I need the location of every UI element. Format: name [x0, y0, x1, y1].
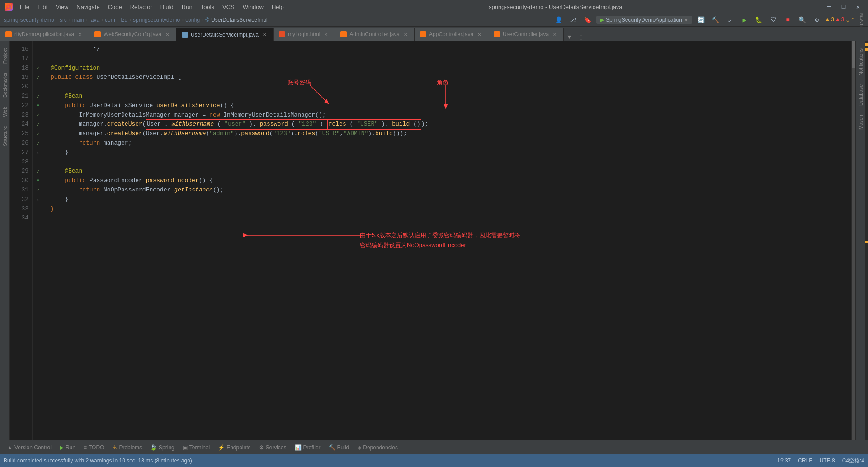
build-button-bottom[interactable]: 🔨 Build [325, 443, 353, 453]
warning-count: 3 [831, 17, 834, 23]
editor-tabs: rityDemoApplication.java ✕ WebSecurityCo… [0, 27, 868, 41]
tab-mylogin[interactable]: myLogin.html ✕ [274, 28, 335, 41]
tab-close-icon[interactable]: ✕ [552, 31, 558, 37]
menu-view[interactable]: View [52, 3, 72, 11]
run-button-bottom[interactable]: ▶ Run [56, 443, 79, 453]
gutter-23: ✓ [33, 111, 43, 120]
code-line-28 [51, 158, 844, 167]
sidebar-web[interactable]: Web [1, 103, 9, 120]
tabs-more-button[interactable]: ⋮ [575, 33, 588, 41]
sidebar-maven[interactable]: Maven [857, 111, 864, 133]
bottom-toolbar: ▲ Version Control ▶ Run ≡ TODO ⚠ Problem… [0, 440, 868, 454]
update-icon[interactable]: ↙ [725, 14, 736, 25]
status-charset[interactable]: UTF-8 [820, 457, 835, 465]
error-count: 3 [841, 17, 844, 23]
tab-close-icon[interactable]: ✕ [476, 31, 482, 37]
menu-window[interactable]: Window [239, 3, 267, 11]
tab-usercontroller[interactable]: UserController.java ✕ [488, 28, 564, 41]
todo-button[interactable]: ≡ TODO [80, 443, 108, 453]
endpoints-button[interactable]: ⚡ Endpoints [214, 443, 254, 453]
tab-close-icon[interactable]: ✕ [77, 31, 83, 37]
status-position[interactable]: C4空格:4 [842, 457, 864, 465]
breadcrumb-java[interactable]: java [90, 17, 99, 23]
breadcrumb-main[interactable]: main [72, 17, 84, 23]
tab-label: WebSecurityConfig.java [104, 31, 161, 37]
sidebar-notifications[interactable]: Notifications [857, 45, 864, 79]
tab-label: AdminController.java [349, 31, 400, 37]
sidebar-database[interactable]: Database [857, 81, 864, 109]
stop-button[interactable]: ■ [783, 14, 793, 25]
code-line-30: public PasswordEncoder passwordEncoder (… [51, 176, 844, 186]
services-button[interactable]: ⚙ Services [255, 443, 290, 453]
menu-help[interactable]: Help [268, 3, 288, 11]
minimize-button[interactable]: ─ [824, 1, 835, 12]
line-num-27: 27 [10, 148, 32, 158]
vcs-user-icon[interactable]: 👤 [553, 14, 564, 25]
code-line-17 [51, 54, 844, 64]
build-icon[interactable]: 🔨 [710, 14, 721, 25]
settings-button[interactable]: ⚙ [811, 14, 822, 25]
problems-button[interactable]: ⚠ Problems [108, 443, 146, 453]
menu-vcs[interactable]: VCS [219, 3, 238, 11]
menu-code[interactable]: Code [104, 3, 126, 11]
menu-tools[interactable]: Tools [197, 3, 218, 11]
profiler-button[interactable]: 📊 Profiler [291, 443, 324, 453]
breadcrumb-project[interactable]: spring-security-demo [4, 17, 54, 23]
breadcrumb-com[interactable]: com [105, 17, 115, 23]
run-icon-bottom: ▶ [60, 444, 64, 451]
tab-admincontroller[interactable]: AdminController.java ✕ [335, 28, 415, 41]
tab-ritydemoapplication[interactable]: rityDemoApplication.java ✕ [0, 28, 89, 41]
endpoints-label: Endpoints [226, 444, 250, 451]
menu-build[interactable]: Build [157, 3, 177, 11]
debug-button[interactable]: 🐛 [754, 14, 764, 25]
endpoints-icon: ⚡ [218, 444, 225, 451]
tab-close-icon[interactable]: ✕ [164, 31, 170, 37]
warnings-badge[interactable]: ▲ 3 ▲ 3 ⌄ ⌃ [826, 17, 854, 23]
maximize-button[interactable]: □ [838, 1, 849, 12]
menu-file[interactable]: File [16, 3, 33, 11]
tabs-overflow-button[interactable]: ▼ [564, 34, 575, 41]
version-control-button[interactable]: ▲ Version Control [4, 443, 55, 453]
status-line-ending[interactable]: CRLF [798, 457, 812, 465]
tab-close-icon[interactable]: ✕ [402, 31, 409, 37]
sidebar-project[interactable]: Project [1, 45, 9, 67]
run-button[interactable]: ▶ [739, 14, 750, 25]
breadcrumb-springsecuritydemo[interactable]: springsecuritydemo [133, 17, 180, 23]
refresh-icon[interactable]: 🔄 [696, 14, 707, 25]
run-config-selector[interactable]: ▶ SpringSecurityDemoApplication ▼ [596, 16, 692, 24]
breadcrumb-src[interactable]: src [60, 17, 67, 23]
dependencies-button[interactable]: ◈ Dependencies [354, 443, 401, 453]
search-button[interactable]: 🔍 [797, 14, 808, 25]
gutter-25: ✓ [33, 129, 43, 139]
tab-close-icon[interactable]: ✕ [323, 31, 329, 37]
todo-icon: ≡ [84, 444, 87, 451]
menu-edit[interactable]: Edit [34, 3, 51, 11]
menu-run[interactable]: Run [178, 3, 196, 11]
bookmark-icon[interactable]: 🔖 [582, 14, 593, 25]
version-control-icon: ▲ [7, 444, 13, 451]
terminal-label: Terminal [189, 444, 210, 451]
tab-userdetailsserviceimpl[interactable]: UserDetailsServiceImpl.java ✕ [176, 28, 274, 41]
scrollbar[interactable] [851, 41, 855, 440]
spring-button[interactable]: 🍃 Spring [146, 443, 178, 453]
dependencies-icon: ◈ [357, 444, 361, 451]
sidebar-structure[interactable]: Structure [1, 122, 9, 150]
terminal-button[interactable]: ▣ Terminal [179, 443, 213, 453]
sidebar-bookmarks[interactable]: Bookmarks [1, 69, 9, 101]
code-editor[interactable]: 账号密码 角色 [43, 41, 851, 440]
gutter: ✓ ✓ ✓ ▼ ✓ ✓ ✓ ✓ ◁ ✓ ▼ ✓ ◁ [33, 41, 43, 440]
tab-websecurityconfig[interactable]: WebSecurityConfig.java ✕ [89, 28, 176, 41]
tab-label: UserController.java [503, 31, 549, 37]
menu-navigate[interactable]: Navigate [73, 3, 103, 11]
maven-button[interactable]: Maven [858, 14, 864, 25]
breadcrumb-class[interactable]: UserDetailsServiceImpl [211, 17, 268, 23]
vcs-branch-icon[interactable]: ⎇ [567, 14, 578, 25]
breadcrumb-lzd[interactable]: lzd [121, 17, 127, 23]
services-label: Services [266, 444, 287, 451]
coverage-button[interactable]: 🛡 [768, 14, 779, 25]
close-button[interactable]: ✕ [853, 1, 863, 12]
tab-close-icon[interactable]: ✕ [261, 32, 268, 38]
breadcrumb-config[interactable]: config [185, 17, 200, 23]
tab-appcontroller[interactable]: AppController.java ✕ [415, 28, 488, 41]
menu-refactor[interactable]: Refactor [127, 3, 156, 11]
